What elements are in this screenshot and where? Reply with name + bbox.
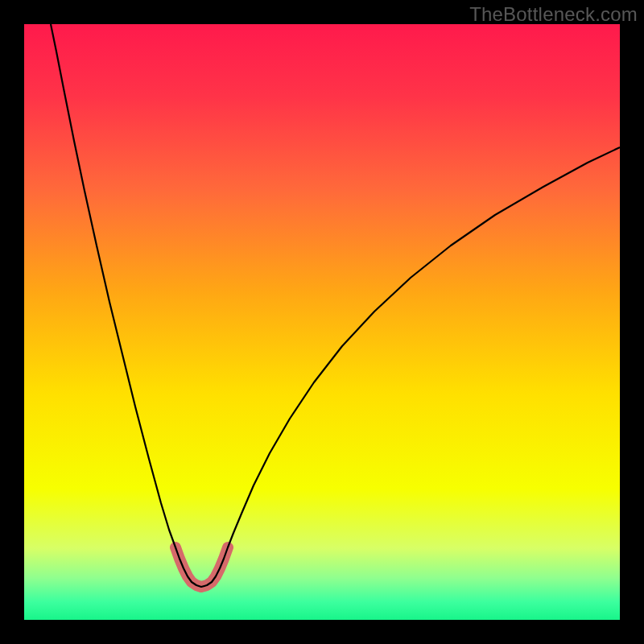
watermark-text: TheBottleneck.com (469, 3, 638, 26)
series-full-curve-envelope (51, 24, 620, 587)
chart-frame (24, 24, 620, 620)
curves-layer (24, 24, 620, 620)
